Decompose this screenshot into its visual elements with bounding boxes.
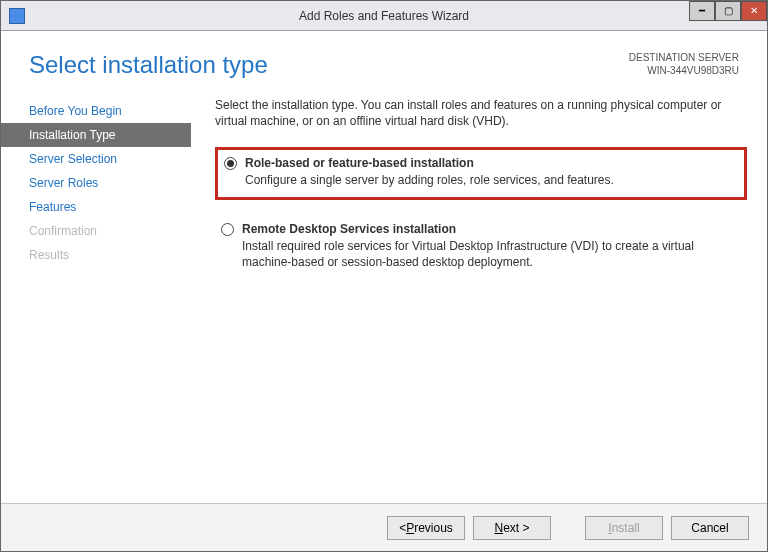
destination-label: DESTINATION SERVER <box>629 51 739 64</box>
main-content: Select the installation type. You can in… <box>191 91 755 475</box>
header: Select installation type DESTINATION SER… <box>1 31 767 91</box>
previous-button[interactable]: < Previous <box>387 516 465 540</box>
option-remote-desktop-text: Remote Desktop Services installation Ins… <box>242 222 737 270</box>
window-title: Add Roles and Features Wizard <box>299 9 469 23</box>
body: Before You Begin Installation Type Serve… <box>1 91 767 475</box>
window-controls: ━ ▢ ✕ <box>689 1 767 21</box>
option-role-based-text: Role-based or feature-based installation… <box>245 156 614 188</box>
next-button[interactable]: Next > <box>473 516 551 540</box>
sidebar-item-server-roles[interactable]: Server Roles <box>1 171 191 195</box>
intro-text: Select the installation type. You can in… <box>215 97 747 129</box>
sidebar: Before You Begin Installation Type Serve… <box>1 91 191 475</box>
option-role-based-title: Role-based or feature-based installation <box>245 156 614 170</box>
sidebar-item-results: Results <box>1 243 191 267</box>
sidebar-item-installation-type[interactable]: Installation Type <box>1 123 191 147</box>
maximize-button[interactable]: ▢ <box>715 1 741 21</box>
option-remote-desktop-title: Remote Desktop Services installation <box>242 222 737 236</box>
destination-server-block: DESTINATION SERVER WIN-344VU98D3RU <box>629 51 739 77</box>
footer: < Previous Next > Install Cancel <box>1 503 767 551</box>
radio-role-based[interactable] <box>224 157 237 170</box>
page-title: Select installation type <box>29 51 268 79</box>
option-role-based[interactable]: Role-based or feature-based installation… <box>215 147 747 199</box>
sidebar-item-before-you-begin[interactable]: Before You Begin <box>1 99 191 123</box>
destination-server-name: WIN-344VU98D3RU <box>629 64 739 77</box>
sidebar-item-confirmation: Confirmation <box>1 219 191 243</box>
titlebar: Add Roles and Features Wizard ━ ▢ ✕ <box>1 1 767 31</box>
minimize-button[interactable]: ━ <box>689 1 715 21</box>
installation-type-options: Role-based or feature-based installation… <box>215 147 747 278</box>
sidebar-item-server-selection[interactable]: Server Selection <box>1 147 191 171</box>
app-icon <box>9 8 25 24</box>
cancel-button[interactable]: Cancel <box>671 516 749 540</box>
radio-remote-desktop[interactable] <box>221 223 234 236</box>
install-button: Install <box>585 516 663 540</box>
option-role-based-desc: Configure a single server by adding role… <box>245 170 614 188</box>
sidebar-item-features[interactable]: Features <box>1 195 191 219</box>
option-remote-desktop[interactable]: Remote Desktop Services installation Ins… <box>215 216 747 278</box>
close-button[interactable]: ✕ <box>741 1 767 21</box>
option-remote-desktop-desc: Install required role services for Virtu… <box>242 236 737 270</box>
